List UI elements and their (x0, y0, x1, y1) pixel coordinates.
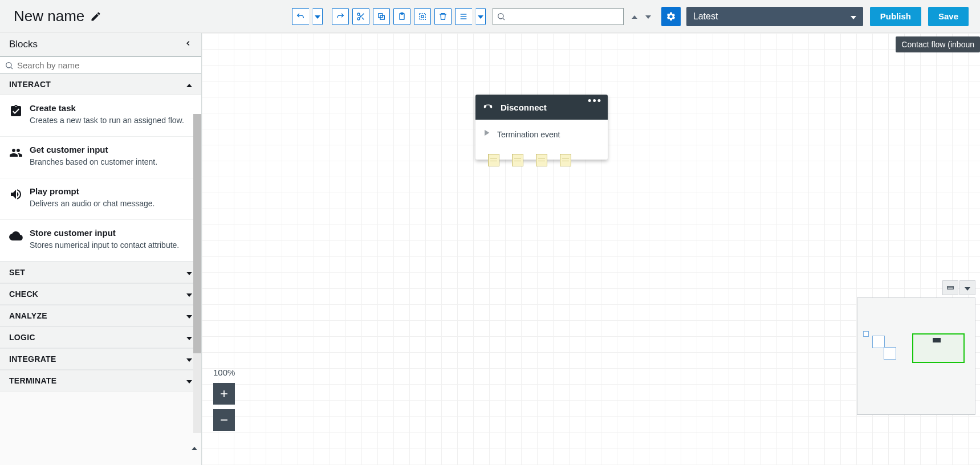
chevron-down-icon (186, 333, 192, 342)
svg-line-3 (361, 17, 364, 19)
chevron-down-icon (186, 376, 192, 385)
task-icon (9, 104, 23, 118)
minimap-node (863, 331, 869, 337)
redo-button[interactable] (332, 8, 349, 25)
block-store-customer-input[interactable]: Store customer input Stores numerical in… (0, 220, 201, 262)
svg-point-1 (357, 18, 360, 20)
svg-line-17 (11, 67, 13, 69)
chevron-down-icon (186, 268, 192, 277)
undo-history-caret[interactable] (312, 8, 323, 25)
chevron-down-icon (186, 354, 192, 364)
version-select[interactable]: Latest (686, 7, 863, 26)
zoom-in-button[interactable]: + (213, 383, 235, 405)
flow-canvas[interactable]: Contact flow (inboun Disconnect ••• Term… (202, 33, 980, 465)
input-port-icon[interactable] (481, 128, 491, 141)
group-analyze[interactable]: ANALYZE (0, 305, 201, 327)
sidebar-search-input[interactable] (17, 60, 197, 70)
annotation-icon[interactable] (560, 154, 571, 166)
minimap-node (884, 347, 896, 360)
block-get-customer-input[interactable]: Get customer input Branches based on cus… (0, 137, 201, 178)
paste-button[interactable] (393, 8, 410, 25)
group-interact[interactable]: INTERACT (0, 74, 201, 95)
arrange-button[interactable] (455, 8, 472, 25)
sidebar-resize-up[interactable] (190, 443, 198, 451)
blocks-sidebar: Blocks INTERACT C (0, 33, 202, 465)
chevron-down-icon (186, 289, 192, 299)
zoom-level: 100% (213, 368, 235, 377)
search-prev[interactable] (628, 8, 641, 25)
minimap-fit-button[interactable] (942, 280, 958, 295)
zoom-out-button[interactable]: − (213, 409, 235, 431)
annotation-icon[interactable] (512, 154, 523, 166)
group-terminate[interactable]: TERMINATE (0, 370, 201, 391)
chevron-up-icon (186, 80, 192, 89)
group-integrate[interactable]: INTEGRATE (0, 348, 201, 370)
block-play-prompt[interactable]: Play prompt Delivers an audio or chat me… (0, 178, 201, 220)
people-icon (9, 146, 23, 160)
flow-type-badge: Contact flow (inboun (896, 36, 980, 52)
flow-title: New name (14, 7, 84, 25)
node-event-label: Termination event (497, 130, 560, 139)
canvas-search[interactable] (493, 8, 624, 25)
canvas-search-input[interactable] (506, 12, 620, 21)
speaker-icon (9, 187, 23, 201)
svg-rect-9 (419, 13, 425, 19)
search-icon (497, 12, 506, 21)
copy-button[interactable] (373, 8, 390, 25)
chevron-down-icon (851, 11, 856, 22)
node-disconnect[interactable]: Disconnect ••• Termination event (475, 95, 608, 160)
minimap-node (933, 338, 941, 342)
group-check[interactable]: CHECK (0, 283, 201, 305)
collapse-sidebar-icon[interactable] (184, 39, 192, 50)
svg-point-0 (357, 13, 360, 15)
svg-rect-10 (421, 15, 424, 18)
search-icon (5, 61, 14, 70)
block-create-task[interactable]: Create task Creates a new task to run an… (0, 95, 201, 137)
svg-line-15 (503, 18, 505, 20)
top-toolbar: New name (0, 0, 980, 33)
chevron-down-icon (186, 311, 192, 320)
select-all-button[interactable] (414, 8, 431, 25)
group-set[interactable]: SET (0, 262, 201, 283)
node-more-icon[interactable]: ••• (588, 98, 602, 104)
undo-button[interactable] (292, 8, 309, 25)
search-next[interactable] (642, 8, 654, 25)
svg-line-4 (359, 15, 361, 17)
node-title: Disconnect (501, 103, 547, 112)
delete-button[interactable] (434, 8, 452, 25)
version-select-label: Latest (693, 11, 718, 22)
minimap[interactable] (857, 297, 975, 415)
sidebar-search[interactable] (0, 56, 201, 74)
annotation-icon[interactable] (536, 154, 547, 166)
sidebar-title: Blocks (9, 39, 38, 50)
settings-button[interactable] (661, 7, 681, 26)
edit-title-icon[interactable] (90, 11, 101, 22)
sidebar-scrollbar[interactable] (193, 114, 201, 433)
minimap-toggle-button[interactable] (959, 280, 975, 295)
minimap-node (872, 336, 885, 348)
publish-button[interactable]: Publish (870, 7, 921, 26)
phone-hangup-icon (482, 100, 494, 114)
save-button[interactable]: Save (928, 7, 969, 26)
arrange-caret[interactable] (475, 8, 486, 25)
scrollbar-thumb[interactable] (193, 114, 201, 353)
annotation-icon[interactable] (488, 154, 499, 166)
cut-button[interactable] (352, 8, 369, 25)
svg-point-16 (6, 62, 11, 67)
cloud-icon (9, 229, 23, 243)
group-logic[interactable]: LOGIC (0, 327, 201, 348)
svg-point-14 (498, 13, 503, 18)
